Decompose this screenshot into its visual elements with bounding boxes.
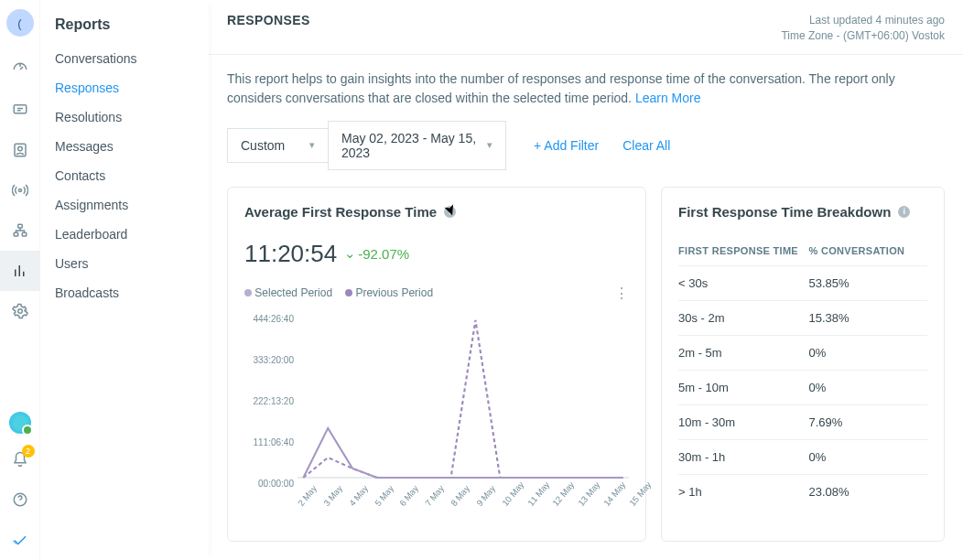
add-filter-button[interactable]: + Add Filter [534,138,599,153]
bucket-cell: > 1h [678,485,808,499]
sidebar-item-users[interactable]: Users [40,249,209,278]
table-row: < 30s53.85% [678,265,927,300]
bucket-cell: 5m - 10m [678,381,808,394]
y-tick: 111:06:40 [254,436,295,447]
bucket-cell: < 30s [678,276,808,290]
contacts-icon[interactable] [0,130,40,170]
x-tick: 11 May [525,479,551,508]
chat-icon[interactable] [0,90,40,130]
reports-nav-icon[interactable] [0,251,40,291]
range-mode-select[interactable]: Custom ▾ [227,128,328,163]
chevron-down-icon: ▾ [487,139,492,151]
trend-value: -92.07% [358,246,409,262]
sidebar-item-assignments[interactable]: Assignments [40,190,209,220]
y-tick: 333:20:00 [254,354,295,364]
report-description: This report helps to gain insights into … [209,55,963,121]
sidebar-item-resolutions[interactable]: Resolutions [40,102,209,132]
chart-legend: Selected Period Previous Period [244,286,433,299]
info-icon[interactable]: i [444,206,456,218]
table-row: > 1h23.08% [678,474,927,509]
learn-more-link[interactable]: Learn More [635,91,701,105]
card-menu-icon[interactable]: ⋮ [614,285,629,302]
date-range-value: May 02, 2023 - May 15, 2023 [341,131,487,160]
card-title: Average First Response Time i [244,204,629,220]
org-icon[interactable] [0,210,40,251]
bucket-cell: 30m - 1h [678,450,808,464]
user-avatar[interactable] [9,412,31,434]
avg-first-response-card: Average First Response Time i 11:20:54 ⌄… [227,187,646,542]
help-icon[interactable] [0,479,40,520]
table-row: 10m - 30m7.69% [678,404,927,439]
table-row: 5m - 10m0% [678,370,927,404]
bucket-cell: 2m - 5m [678,346,808,360]
pct-cell: 15.38% [808,311,927,325]
y-tick: 222:13:20 [254,395,295,405]
x-tick: 5 May [373,483,395,508]
table-row: 2m - 5m0% [678,335,927,370]
sidebar-item-contacts[interactable]: Contacts [40,161,209,190]
pct-cell: 53.85% [808,276,927,290]
chevron-down-icon: ⌄ [344,245,356,262]
notifications-icon[interactable]: 2 [0,439,40,479]
pct-cell: 0% [808,346,927,360]
notification-badge: 2 [22,445,35,458]
filter-controls: Custom ▾ May 02, 2023 - May 15, 2023 ▾ +… [209,121,963,187]
pct-cell: 23.08% [808,485,927,499]
clear-all-button[interactable]: Clear All [622,138,670,153]
x-tick: 13 May [576,479,601,508]
info-icon[interactable]: i [898,206,910,218]
x-tick: 12 May [550,479,576,508]
pct-cell: 7.69% [808,415,927,429]
workspace-avatar[interactable]: ( [6,9,34,37]
broadcast-icon[interactable] [0,170,40,210]
x-tick: 2 May [296,483,319,508]
sidebar-title: Reports [40,16,209,44]
table-row: 30m - 1h0% [678,439,927,474]
legend-selected-label: Selected Period [254,286,332,299]
legend-dot-previous [345,289,352,296]
settings-icon[interactable] [0,291,40,331]
status-check-icon[interactable] [0,520,40,560]
y-tick: 00:00:00 [258,478,294,488]
x-tick: 7 May [423,483,446,508]
svg-rect-6 [22,232,27,236]
pct-cell: 0% [808,381,927,394]
sidebar-item-conversations[interactable]: Conversations [40,44,209,73]
legend-previous-label: Previous Period [355,286,433,299]
card-title: First Response Time Breakdown i [678,204,927,220]
y-tick: 444:26:40 [254,313,295,323]
x-tick: 14 May [601,479,627,508]
sidebar-item-broadcasts[interactable]: Broadcasts [40,278,209,307]
chevron-down-icon: ▾ [309,139,315,151]
svg-point-3 [18,189,21,192]
sidebar-item-leaderboard[interactable]: Leaderboard [40,220,209,249]
breakdown-card: First Response Time Breakdown i FIRST RE… [661,187,945,542]
breakdown-table: FIRST RESPONSE TIME % CONVERSATION < 30s… [678,245,927,509]
svg-rect-5 [14,232,18,236]
x-tick: 3 May [321,483,344,508]
x-tick: 9 May [474,483,497,508]
timezone: Time Zone - (GMT+06:00) Vostok [781,28,945,44]
reports-sidebar: Reports Conversations Responses Resoluti… [40,0,209,560]
date-range-select[interactable]: May 02, 2023 - May 15, 2023 ▾ [328,121,506,170]
avg-value: 11:20:54 [244,240,337,268]
bucket-cell: 30s - 2m [678,311,808,325]
sidebar-item-responses[interactable]: Responses [40,73,209,102]
card-title-text: Average First Response Time [244,204,437,220]
col-header-bucket: FIRST RESPONSE TIME [678,245,808,256]
bucket-cell: 10m - 30m [678,415,808,429]
x-tick: 4 May [347,483,370,508]
last-updated: Last updated 4 minutes ago [781,13,945,28]
trend-indicator: ⌄ -92.07% [344,245,409,262]
card-title-text: First Response Time Breakdown [678,204,891,220]
page-meta: Last updated 4 minutes ago Time Zone - (… [781,13,945,45]
pct-cell: 0% [808,450,927,464]
x-tick: 6 May [397,483,420,508]
nav-rail: ( 2 [0,0,40,560]
topbar: RESPONSES Last updated 4 minutes ago Tim… [209,0,963,55]
range-mode-value: Custom [241,138,285,153]
sidebar-item-messages[interactable]: Messages [40,132,209,161]
table-row: 30s - 2m15.38% [678,300,927,335]
response-time-chart: 00:00:00111:06:40222:13:20333:20:00444:2… [244,309,629,520]
dashboard-icon[interactable] [0,49,40,90]
